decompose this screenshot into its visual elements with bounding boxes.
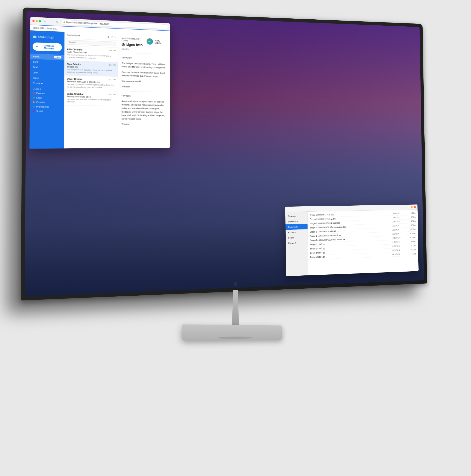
email-detail-avatar: AC Avery Colette [146,38,167,45]
label-dot-finance [33,92,35,94]
email-app: ✉ smail.mail ✏ Compose Message Inbox 1,9… [30,31,170,149]
label-promotional[interactable]: Promotional [30,104,64,109]
avatar: AC [146,38,153,45]
label-dot-creative [33,101,35,103]
hp-logo: |||, [234,281,238,286]
email-item-1[interactable]: Nico Schultz 5:01 PM Bridges Info The br… [64,61,118,77]
email-item-0[interactable]: Allie Christine 5:06 PM Parks Photoshoot… [64,46,118,62]
sidebar-item-trash[interactable]: Trash [30,75,64,81]
monitor-base [181,324,283,341]
monitor-neck [230,290,241,325]
refresh-button[interactable]: ↻ [55,20,59,24]
avatar-name: Avery Colette [155,39,167,44]
compose-button[interactable]: ✏ Compose Message [33,42,62,51]
browser-nav: ← → ↻ [43,19,59,24]
labels-heading: Labels [30,86,64,91]
label-dot-social [33,110,35,112]
delete-icon[interactable]: 🗑 [107,35,110,38]
browser-window[interactable]: ← → ↻ 🔒 https://smail.mail/10300/mrgdriv… [30,17,170,149]
label-creative[interactable]: Creative [30,100,64,105]
inbox-badge: 1,939 [54,56,61,59]
label-dot-promotional [33,106,35,108]
detail-from-section: Nico Schultz to Avery Colette Bridges In… [122,37,146,51]
sidebar-item-reminder[interactable]: Reminder [30,81,64,86]
email-list: Sort by Date ▾ 🗑 ↩ ↪ [64,32,118,148]
fm-item-folder1[interactable]: Folder 1 [286,235,308,241]
email-item-3-header: Jaden Christian 3:47 PM [67,93,116,96]
email-preview-3: Hey team, see attached! Print before our… [67,98,116,103]
email-item-2[interactable]: Oliver Brooks 4:12 PM Feedback from Evan… [64,76,118,91]
email-preview-1: The bridges deck is complete. There will… [67,68,115,74]
tab-title: SMAIL.MAIL - Email Inb... [33,27,57,30]
detail-header-row: Nico Schultz to Avery Colette Bridges In… [122,37,167,54]
sidebar-item-junk[interactable]: Junk [30,70,64,76]
search-input[interactable] [67,40,116,46]
minimize-dot[interactable] [36,20,38,22]
forward-button[interactable]: → [49,19,54,24]
monitor-body: ← → ↻ 🔒 https://smail.mail/10300/mrgdriv… [21,7,427,301]
forward-icon[interactable]: ↪ [114,36,116,38]
email-detail-body: Hey Avery, The bridges deck is complete.… [122,56,167,89]
email-item-3[interactable]: Jaden Christian 3:47 PM Security Awarene… [64,90,118,106]
monitor-bottom-bar: |||, [234,281,238,286]
security-icon: 🔒 [63,21,65,23]
fm-content: Bridge-1-1606650437616.doc 11/30/2020 14… [308,204,418,275]
fm-minimize-button[interactable] [411,206,413,208]
monitor-bezel: ← → ↻ 🔒 https://smail.mail/10300/mrgdriv… [25,11,424,297]
list-icons: 🗑 ↩ ↪ [107,35,116,38]
screen: ← → ↻ 🔒 https://smail.mail/10300/mrgdriv… [25,11,424,297]
email-logo: ✉ smail.mail [30,33,64,43]
reply-icon[interactable]: ↩ [111,36,113,38]
email-detail-from: Nico Schultz to Avery Colette [122,37,146,42]
fm-item-desktop[interactable]: Desktop [285,213,308,219]
file-manager[interactable]: Desktop Downloads Documents Pictures Fol… [285,204,418,276]
email-preview-0: Hey team, we've got the first round of s… [67,53,116,60]
sort-button[interactable]: Sort by Date ▾ [67,34,80,37]
maximize-dot[interactable] [39,20,41,22]
url-text: https://smail.mail/10300/mrgdrive/77389.… [66,21,110,25]
monitor-wrapper: ← → ↻ 🔒 https://smail.mail/10300/mrgdriv… [22,15,449,461]
email-detail-time: 5:06 PM [122,48,146,51]
email-detail-title: Bridges Info [122,42,146,47]
email-thread-body: Hey Nico, Awesome! Make sure you call in… [122,94,167,126]
email-sidebar: ✉ smail.mail ✏ Compose Message Inbox 1,9… [30,31,65,149]
fm-sidebar: Desktop Downloads Documents Pictures Fol… [285,206,308,276]
fm-item-downloads[interactable]: Downloads [285,219,308,224]
label-social[interactable]: Social [30,109,64,114]
sidebar-item-draft[interactable]: Draft [30,64,64,71]
email-detail: Nico Schultz to Avery Colette Bridges In… [118,34,170,148]
fm-item-documents[interactable]: Documents [285,224,308,230]
compose-icon: ✏ [36,45,38,48]
label-dot-legal [33,97,35,99]
back-button[interactable]: ← [43,19,47,24]
fm-close-button[interactable] [414,206,416,208]
fm-item-pictures[interactable]: Pictures [286,229,308,235]
email-preview-2: Hey Avery, Evan was questioning some of … [67,83,116,89]
label-finance[interactable]: Finance [30,91,64,96]
email-thread-divider: Hey Nico, Awesome! Make sure you call in… [122,91,167,126]
fm-item-folder2[interactable]: Folder 2 [286,240,308,246]
close-dot[interactable] [32,20,35,22]
label-legal[interactable]: Legal [30,95,64,100]
browser-window-controls [32,20,41,22]
email-subject-3: Security Awareness Sheet [67,95,116,98]
